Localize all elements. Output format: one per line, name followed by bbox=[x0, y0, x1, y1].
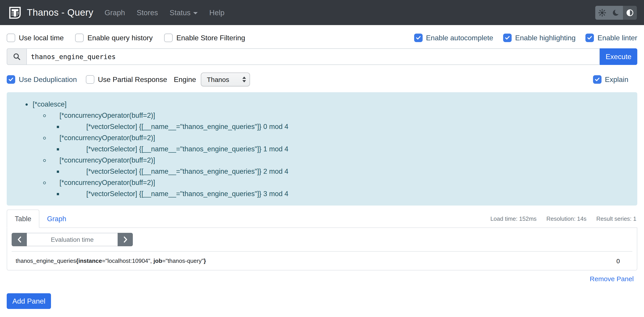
evaluation-time-input[interactable] bbox=[27, 233, 118, 246]
checkbox-box[interactable] bbox=[164, 34, 173, 42]
sun-icon bbox=[598, 9, 606, 16]
checkbox-box[interactable] bbox=[7, 75, 15, 84]
tabs-row: Table Graph Load time: 152ms Resolution:… bbox=[7, 210, 637, 228]
checkmark-icon bbox=[594, 78, 600, 82]
moon-icon bbox=[612, 9, 620, 16]
checkbox-box[interactable] bbox=[586, 34, 594, 42]
caret-down-icon bbox=[193, 12, 198, 14]
nav-link-status-dropdown[interactable]: Status bbox=[170, 8, 198, 17]
explain-node-leaf: [*vectorSelector] {[__name__="thanos_eng… bbox=[64, 121, 630, 132]
theme-toggle-group bbox=[595, 6, 637, 20]
explain-tree-panel: [*coalesce] [*concurrencyOperator(buff=2… bbox=[7, 92, 637, 205]
table-row: thanos_engine_queriesinstancelocalhost:1… bbox=[12, 252, 632, 270]
eval-time-prev-button[interactable] bbox=[12, 233, 27, 246]
eval-time-next-button[interactable] bbox=[118, 233, 133, 246]
tab-table[interactable]: Table bbox=[7, 210, 39, 228]
engine-select[interactable]: Thanos bbox=[201, 73, 250, 86]
checkbox-box[interactable] bbox=[414, 34, 422, 42]
series-value: 0 bbox=[616, 257, 632, 264]
chevron-left-icon bbox=[17, 236, 21, 243]
checkmark-icon bbox=[587, 36, 592, 40]
dark-theme-button[interactable] bbox=[609, 6, 623, 20]
use-local-time-checkbox[interactable]: Use local time bbox=[7, 34, 64, 42]
metric-series: thanos_engine_queriesinstancelocalhost:1… bbox=[12, 257, 206, 264]
query-stats: Load time: 152ms Resolution: 14s Result … bbox=[490, 215, 637, 222]
query-options-row: Use Deduplication Use Partial Response E… bbox=[7, 73, 637, 86]
table-tab-content: thanos_engine_queriesinstancelocalhost:1… bbox=[7, 228, 637, 270]
explain-node-leaf: [*vectorSelector] {[__name__="thanos_eng… bbox=[64, 188, 630, 199]
search-addon bbox=[7, 48, 26, 65]
checkbox-box[interactable] bbox=[7, 34, 15, 42]
explain-node-operator: [*concurrencyOperator(buff=2)] [*vectorS… bbox=[50, 132, 630, 154]
enable-query-history-checkbox[interactable]: Enable query history bbox=[75, 34, 153, 42]
chevron-right-icon bbox=[123, 236, 127, 243]
checkbox-box[interactable] bbox=[86, 75, 94, 84]
enable-linter-checkbox[interactable]: Enable linter bbox=[586, 34, 637, 42]
light-theme-button[interactable] bbox=[595, 6, 609, 20]
magnifier-icon bbox=[13, 53, 20, 61]
nav-link-graph[interactable]: Graph bbox=[104, 8, 125, 17]
use-deduplication-checkbox[interactable]: Use Deduplication bbox=[7, 75, 77, 84]
navbar: Thanos - Query Graph Stores Status Help bbox=[0, 0, 644, 25]
nav-link-stores[interactable]: Stores bbox=[137, 8, 158, 17]
explain-node-leaf: [*vectorSelector] {[__name__="thanos_eng… bbox=[64, 143, 630, 154]
tab-graph[interactable]: Graph bbox=[39, 210, 74, 228]
enable-autocomplete-checkbox[interactable]: Enable autocomplete bbox=[414, 34, 493, 42]
options-bar: Use local time Enable query history Enab… bbox=[7, 34, 637, 42]
checkbox-box[interactable] bbox=[75, 34, 84, 42]
add-panel-button[interactable]: Add Panel bbox=[7, 293, 51, 309]
remove-panel-link[interactable]: Remove Panel bbox=[590, 275, 634, 282]
checkmark-icon bbox=[505, 36, 510, 40]
auto-theme-button[interactable] bbox=[623, 6, 637, 20]
query-expression-input[interactable] bbox=[26, 48, 600, 65]
explain-node-operator: [*concurrencyOperator(buff=2)] [*vectorS… bbox=[50, 154, 630, 177]
select-arrows-icon bbox=[242, 77, 246, 82]
use-partial-response-checkbox[interactable]: Use Partial Response bbox=[86, 75, 167, 84]
explain-node-root: [*coalesce] [*concurrencyOperator(buff=2… bbox=[33, 99, 630, 199]
brand-link[interactable]: Thanos - Query bbox=[8, 6, 93, 20]
thanos-logo-icon bbox=[8, 6, 22, 20]
query-bar: Execute bbox=[7, 48, 637, 65]
engine-label: Engine bbox=[174, 76, 196, 84]
explain-checkbox[interactable]: Explain bbox=[593, 75, 628, 84]
result-series: Result series: 1 bbox=[596, 215, 636, 222]
execute-button[interactable]: Execute bbox=[600, 48, 637, 65]
checkbox-box[interactable] bbox=[503, 34, 512, 42]
thanos-query-page: Thanos - Query Graph Stores Status Help bbox=[0, 0, 644, 317]
explain-node-operator: [*concurrencyOperator(buff=2)] [*vectorS… bbox=[50, 177, 630, 199]
checkmark-icon bbox=[416, 36, 420, 40]
result-table: thanos_engine_queriesinstancelocalhost:1… bbox=[12, 251, 632, 270]
brand-title: Thanos - Query bbox=[27, 7, 93, 18]
enable-store-filtering-checkbox[interactable]: Enable Store Filtering bbox=[164, 34, 245, 42]
evaluation-time-control bbox=[12, 233, 133, 246]
explain-node-leaf: [*vectorSelector] {[__name__="thanos_eng… bbox=[64, 166, 630, 177]
explain-node-operator: [*concurrencyOperator(buff=2)] [*vectorS… bbox=[50, 110, 630, 132]
results-panel: Table Graph Load time: 152ms Resolution:… bbox=[7, 210, 637, 270]
checkmark-icon bbox=[8, 78, 14, 82]
load-time: Load time: 152ms bbox=[490, 215, 537, 222]
nav-links: Graph Stores Status Help bbox=[104, 8, 236, 17]
nav-link-help[interactable]: Help bbox=[209, 8, 224, 17]
checkbox-box[interactable] bbox=[593, 75, 601, 84]
contrast-icon bbox=[626, 9, 634, 16]
resolution: Resolution: 14s bbox=[546, 215, 586, 222]
enable-highlighting-checkbox[interactable]: Enable highlighting bbox=[503, 34, 576, 42]
